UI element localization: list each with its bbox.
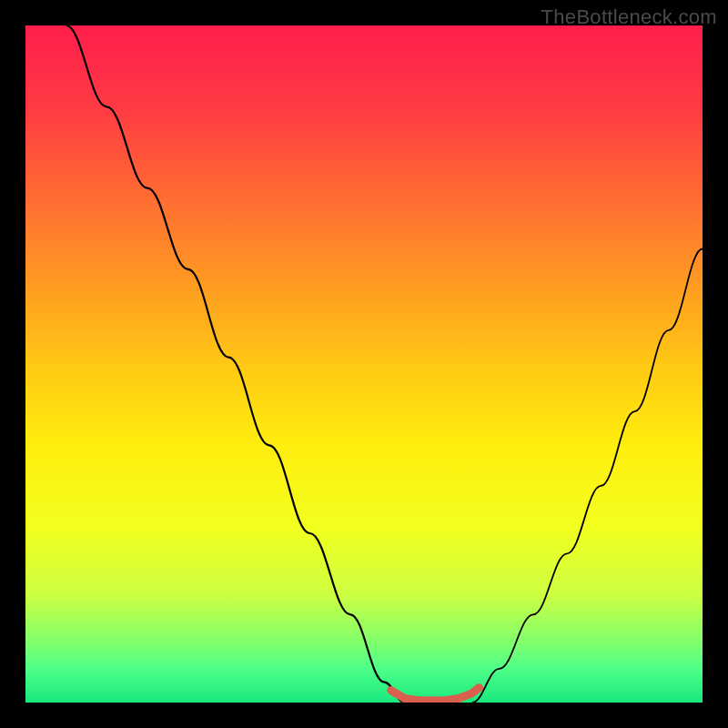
watermark-text: TheBottleneck.com bbox=[541, 5, 717, 29]
plot-svg bbox=[25, 25, 703, 703]
plot-container bbox=[25, 25, 703, 703]
gradient-rect bbox=[25, 25, 703, 703]
chart-frame: TheBottleneck.com bbox=[0, 0, 728, 728]
